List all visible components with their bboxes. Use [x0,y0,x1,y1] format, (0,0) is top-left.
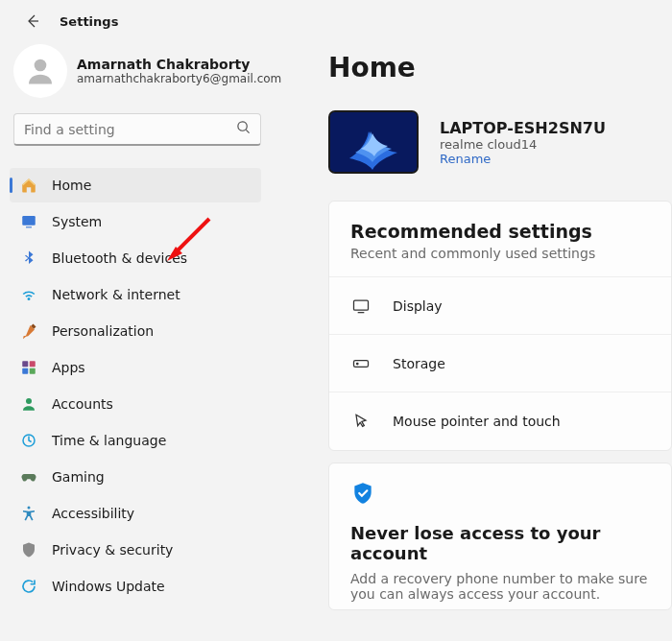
brush-icon [19,321,38,341]
user-icon [23,54,58,88]
sidebar-item-privacy[interactable]: Privacy & security [10,533,261,567]
recommended-title: Recommended settings [350,221,650,242]
search-input[interactable] [24,122,236,137]
shield-check-icon [350,481,650,510]
back-button[interactable] [23,12,42,31]
sidebar-item-label: Windows Update [52,579,165,594]
device-name: LAPTOP-ESH2SN7U [440,119,606,137]
home-icon [19,176,38,195]
accounts-icon [19,394,38,414]
sidebar-item-label: Accounts [52,396,113,412]
accessibility-icon [19,504,38,523]
sidebar-item-label: Network & internet [52,287,180,302]
device-model: realme cloud14 [440,137,606,152]
cursor-icon [350,412,372,431]
svg-point-0 [35,59,47,72]
sidebar-item-bluetooth[interactable]: Bluetooth & devices [10,241,261,275]
sidebar-item-label: Privacy & security [52,542,173,558]
sidebar-item-accounts[interactable]: Accounts [10,387,261,421]
sidebar-item-label: System [52,214,102,229]
gamepad-icon [19,467,38,487]
svg-rect-6 [22,368,28,374]
svg-rect-2 [22,216,36,226]
svg-rect-4 [22,361,28,367]
apps-icon [19,358,38,377]
device-wallpaper-thumb [328,110,419,174]
setting-label: Display [393,298,443,314]
sidebar: Home System Bluetooth & devices Network … [0,168,275,605]
backup-body: Add a recovery phone number to make sure… [350,571,650,602]
sidebar-item-accessibility[interactable]: Accessibility [10,496,261,531]
sidebar-item-label: Apps [52,360,85,375]
recommended-header: Recommended settings Recent and commonly… [329,202,671,277]
setting-row-storage[interactable]: Storage [329,335,671,392]
account-text: Amarnath Chakraborty amarnathchakraborty… [77,57,281,85]
avatar [13,44,67,98]
svg-rect-12 [354,300,369,310]
sidebar-item-label: Accessibility [52,506,134,521]
search-icon [236,120,251,138]
sidebar-item-label: Personalization [52,323,154,339]
clock-globe-icon [19,431,38,450]
account-backup-card: Never lose access to your account Add a … [328,463,672,610]
svg-point-14 [357,363,359,365]
rename-link[interactable]: Rename [440,152,606,166]
shield-icon [19,540,38,559]
storage-icon [350,354,372,373]
svg-point-1 [238,122,247,131]
sidebar-item-network[interactable]: Network & internet [10,277,261,312]
sidebar-item-label: Home [52,178,91,193]
account-name: Amarnath Chakraborty [77,57,281,72]
sidebar-item-personalization[interactable]: Personalization [10,314,261,348]
main-content: Home LAPTOP-ESH2SN7U realme cloud14 Rena… [328,52,672,610]
display-icon [350,297,372,316]
sidebar-item-system[interactable]: System [10,204,261,239]
device-summary: LAPTOP-ESH2SN7U realme cloud14 Rename [328,110,672,174]
svg-rect-7 [30,368,36,374]
recommended-subtitle: Recent and commonly used settings [350,246,650,261]
setting-label: Storage [393,356,445,371]
sidebar-item-time-language[interactable]: Time & language [10,423,261,458]
svg-rect-3 [26,226,32,227]
sidebar-item-label: Time & language [52,433,166,448]
sidebar-item-gaming[interactable]: Gaming [10,460,261,494]
svg-rect-5 [30,361,36,367]
svg-point-10 [28,507,31,510]
update-icon [19,577,38,596]
settings-header: Settings [0,0,672,36]
bloom-icon [330,112,417,172]
svg-point-8 [26,398,32,404]
sidebar-item-label: Gaming [52,469,105,485]
settings-title: Settings [60,14,118,29]
sidebar-item-label: Bluetooth & devices [52,250,187,266]
account-email: amarnathchakraborty6@gmail.com [77,72,281,85]
sidebar-item-update[interactable]: Windows Update [10,569,261,604]
setting-row-display[interactable]: Display [329,277,671,335]
back-arrow-icon [25,13,40,29]
bluetooth-icon [19,249,38,268]
page-title: Home [328,52,672,83]
system-icon [19,212,38,231]
sidebar-item-apps[interactable]: Apps [10,350,261,385]
svg-rect-13 [354,360,369,367]
backup-title: Never lose access to your account [350,523,650,563]
device-info: LAPTOP-ESH2SN7U realme cloud14 Rename [440,119,606,166]
recommended-settings-card: Recommended settings Recent and commonly… [328,201,672,451]
setting-label: Mouse pointer and touch [393,414,561,429]
sidebar-item-home[interactable]: Home [10,168,261,202]
search-box[interactable] [13,113,261,146]
setting-row-mouse[interactable]: Mouse pointer and touch [329,392,671,450]
wifi-icon [19,285,38,304]
